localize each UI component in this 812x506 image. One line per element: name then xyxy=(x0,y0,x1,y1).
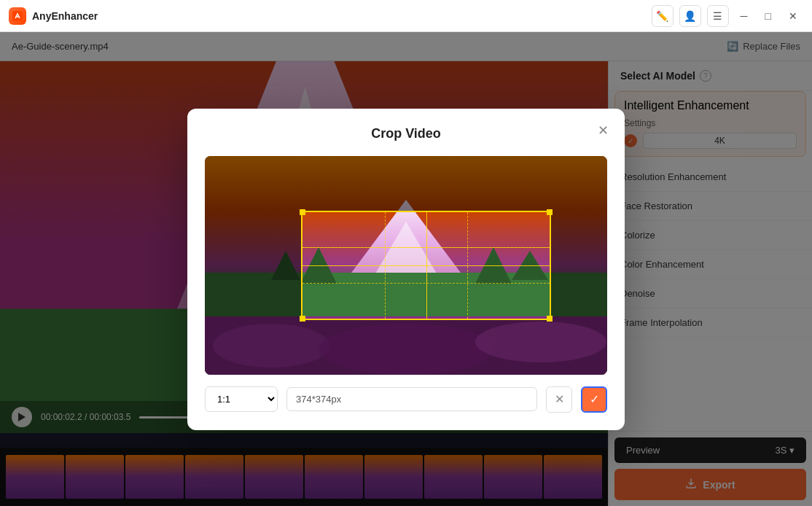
modal-title: Crop Video xyxy=(205,126,607,141)
crop-video-container xyxy=(205,156,607,375)
maximize-icon: □ xyxy=(765,10,771,22)
crop-dark-right xyxy=(551,211,607,320)
crop-clear-button[interactable]: ✕ xyxy=(546,386,572,413)
crop-dark-left xyxy=(205,211,301,320)
crop-handle-tl[interactable] xyxy=(300,209,305,215)
crop-handle-tr[interactable] xyxy=(547,209,553,215)
user-button[interactable]: 👤 xyxy=(679,5,701,27)
crop-dark-top xyxy=(205,156,607,211)
app-logo xyxy=(9,7,26,25)
titlebar-right: ✏️ 👤 ☰ ─ □ ✕ xyxy=(652,5,803,27)
crop-size-display: 374*374px xyxy=(286,387,537,411)
minimize-icon: ─ xyxy=(741,10,748,22)
menu-icon: ☰ xyxy=(713,10,722,22)
edit-button[interactable]: ✏️ xyxy=(652,5,674,27)
crop-confirm-button[interactable]: ✓ xyxy=(581,386,607,413)
aspect-ratio-select[interactable]: 1:1 xyxy=(205,386,278,412)
crop-handle-bl[interactable] xyxy=(300,316,305,322)
center-vertical-line xyxy=(426,212,427,319)
modal-overlay[interactable]: ✕ Crop Video xyxy=(0,32,812,506)
svg-rect-0 xyxy=(12,11,23,21)
crop-video-modal: ✕ Crop Video xyxy=(187,109,625,430)
confirm-icon: ✓ xyxy=(590,392,599,406)
clear-icon: ✕ xyxy=(555,392,564,406)
menu-button[interactable]: ☰ xyxy=(707,5,729,27)
close-button[interactable]: ✕ xyxy=(783,7,803,25)
crop-dark-bottom xyxy=(205,320,607,375)
close-icon: ✕ xyxy=(598,122,609,139)
maximize-button[interactable]: □ xyxy=(760,7,777,25)
app-name: AnyEnhancer xyxy=(32,10,98,22)
modal-close-button[interactable]: ✕ xyxy=(593,120,613,141)
modal-bottom-bar: 1:1 374*374px ✕ ✓ xyxy=(205,386,607,413)
close-icon: ✕ xyxy=(789,10,797,22)
minimize-button[interactable]: ─ xyxy=(735,7,754,25)
crop-handle-br[interactable] xyxy=(547,316,553,322)
titlebar-left: AnyEnhancer xyxy=(9,7,98,25)
user-icon: 👤 xyxy=(684,10,696,22)
crop-box[interactable] xyxy=(301,211,550,320)
titlebar: AnyEnhancer ✏️ 👤 ☰ ─ □ ✕ xyxy=(0,0,812,32)
edit-icon: ✏️ xyxy=(656,10,668,22)
